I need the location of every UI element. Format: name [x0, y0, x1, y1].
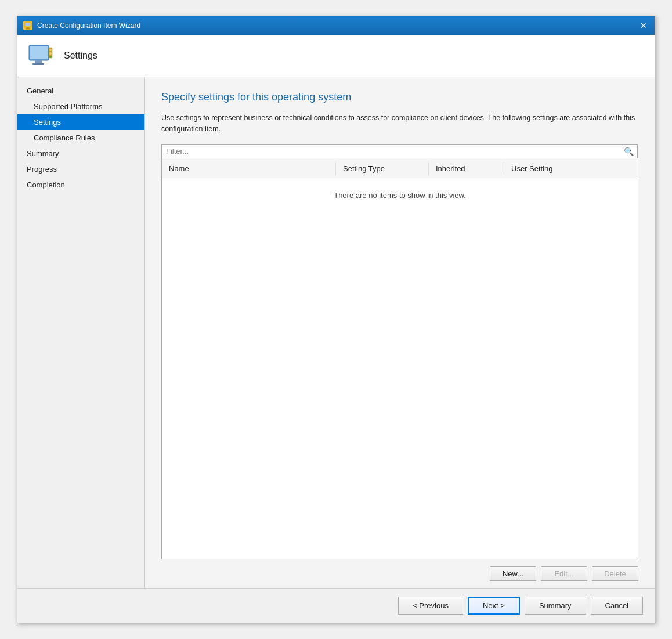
table-action-buttons: New... Edit... Delete	[161, 559, 638, 588]
content-title: Specify settings for this operating syst…	[161, 91, 638, 103]
close-button[interactable]: ✕	[638, 20, 649, 31]
sidebar-item-supported-platforms[interactable]: Supported Platforms	[17, 99, 144, 114]
sidebar-item-summary[interactable]: Summary	[17, 146, 144, 161]
edit-button[interactable]: Edit...	[541, 566, 587, 581]
svg-rect-3	[26, 28, 30, 30]
col-header-inherited: Inherited	[429, 162, 504, 175]
footer-section: < Previous Next > Summary Cancel	[17, 588, 655, 623]
wizard-window: Create Configuration Item Wizard ✕ Setti…	[17, 16, 655, 623]
svg-rect-5	[30, 46, 48, 59]
sidebar-item-settings[interactable]: Settings	[17, 114, 144, 130]
new-button[interactable]: New...	[490, 566, 536, 581]
wizard-icon	[23, 21, 32, 30]
svg-rect-2	[27, 27, 29, 28]
settings-icon	[27, 42, 55, 70]
header-section: Settings	[17, 35, 655, 77]
sidebar: General Supported Platforms Settings Com…	[17, 77, 145, 588]
settings-table-container: 🔍 Name Setting Type Inherited User Setti…	[161, 144, 638, 560]
search-icon: 🔍	[624, 147, 634, 156]
table-header: Name Setting Type Inherited User Setting	[162, 158, 638, 179]
content-description: Use settings to represent business or te…	[161, 113, 638, 135]
sidebar-item-completion[interactable]: Completion	[17, 177, 144, 193]
summary-button[interactable]: Summary	[525, 597, 586, 615]
sidebar-item-progress[interactable]: Progress	[17, 161, 144, 177]
table-body: There are no items to show in this view.	[162, 179, 638, 559]
svg-point-11	[49, 56, 52, 58]
col-header-user-setting: User Setting	[504, 162, 586, 175]
title-bar-left: Create Configuration Item Wizard	[23, 21, 140, 30]
main-content: General Supported Platforms Settings Com…	[17, 77, 655, 588]
filter-bar: 🔍	[162, 145, 638, 158]
svg-rect-7	[32, 63, 44, 65]
empty-message: There are no items to show in this view.	[334, 191, 466, 200]
next-button[interactable]: Next >	[468, 597, 520, 615]
filter-input[interactable]	[166, 147, 624, 156]
sidebar-item-general[interactable]: General	[17, 83, 144, 99]
svg-point-9	[49, 49, 52, 51]
col-header-name: Name	[162, 162, 336, 175]
previous-button[interactable]: < Previous	[398, 597, 463, 615]
col-header-setting-type: Setting Type	[336, 162, 429, 175]
cancel-button[interactable]: Cancel	[591, 597, 643, 615]
delete-button[interactable]: Delete	[592, 566, 638, 581]
title-bar: Create Configuration Item Wizard ✕	[17, 16, 655, 35]
svg-point-10	[49, 52, 52, 55]
header-title: Settings	[64, 50, 97, 61]
sidebar-item-compliance-rules[interactable]: Compliance Rules	[17, 130, 144, 146]
content-area: Specify settings for this operating syst…	[145, 77, 655, 588]
svg-rect-6	[35, 60, 42, 63]
svg-rect-1	[26, 23, 30, 26]
window-title: Create Configuration Item Wizard	[37, 21, 140, 30]
